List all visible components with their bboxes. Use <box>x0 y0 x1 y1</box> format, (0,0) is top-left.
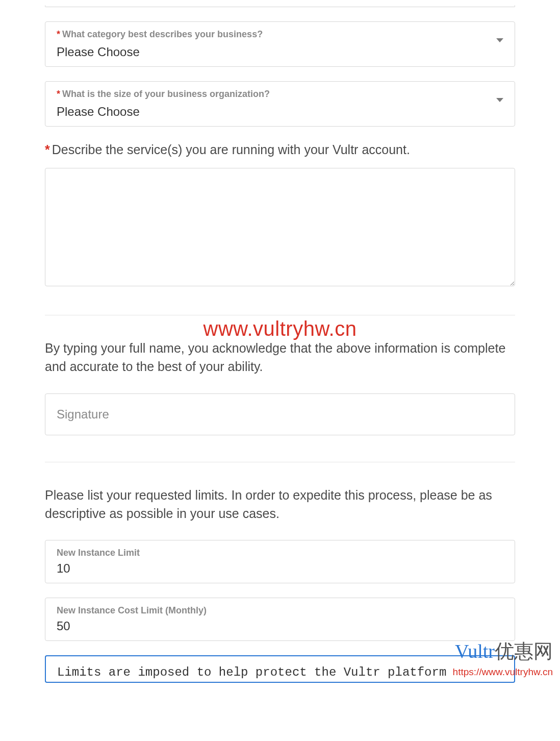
instance-limit-input[interactable] <box>57 561 503 576</box>
divider <box>45 462 515 462</box>
describe-services-textarea[interactable] <box>45 168 515 286</box>
divider <box>45 315 515 315</box>
describe-services-label-text: Describe the service(s) you are running … <box>52 142 410 157</box>
business-size-value: Please Choose <box>57 105 503 119</box>
signature-input[interactable] <box>57 407 503 422</box>
required-star: * <box>57 89 60 99</box>
business-category-label: *What category best describes your busin… <box>57 29 503 40</box>
cost-limit-label: New Instance Cost Limit (Monthly) <box>57 605 503 616</box>
required-star: * <box>45 142 50 157</box>
cost-limit-input[interactable] <box>57 619 503 633</box>
acknowledge-text: By typing your full name, you acknowledg… <box>45 339 515 376</box>
business-size-label: *What is the size of your business organ… <box>57 89 503 100</box>
limits-note-box[interactable]: Limits are imposed to help protect the V… <box>45 655 515 683</box>
chevron-down-icon <box>496 38 503 42</box>
limits-note-text: Limits are imposed to help protect the V… <box>57 665 446 679</box>
limits-intro-text: Please list your requested limits. In or… <box>45 486 515 523</box>
business-category-value: Please Choose <box>57 45 503 59</box>
cost-limit-field[interactable]: New Instance Cost Limit (Monthly) <box>45 598 515 641</box>
signature-field[interactable] <box>45 393 515 435</box>
business-size-label-text: What is the size of your business organi… <box>62 89 270 99</box>
business-category-label-text: What category best describes your busine… <box>62 29 263 39</box>
instance-limit-label: New Instance Limit <box>57 548 503 558</box>
business-size-select[interactable]: *What is the size of your business organ… <box>45 81 515 127</box>
chevron-down-icon <box>496 98 503 102</box>
required-star: * <box>57 29 60 39</box>
describe-services-label: *Describe the service(s) you are running… <box>45 141 515 159</box>
business-category-select[interactable]: *What category best describes your busin… <box>45 21 515 67</box>
partial-field-top <box>45 5 515 7</box>
instance-limit-field[interactable]: New Instance Limit <box>45 540 515 583</box>
